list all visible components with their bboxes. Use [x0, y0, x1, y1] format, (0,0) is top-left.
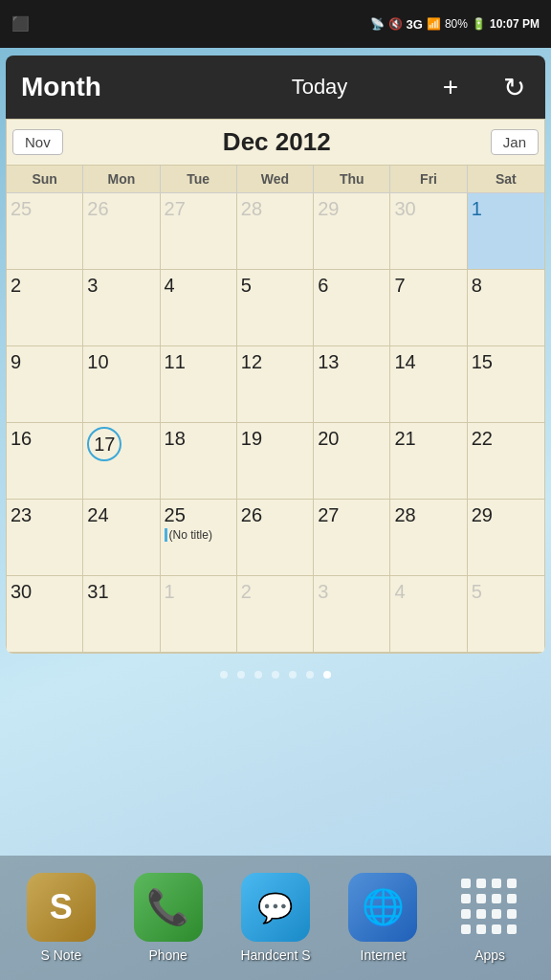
dock-label-handcent: Handcent S: [240, 947, 310, 963]
cal-date: 29: [318, 197, 386, 220]
refresh-button[interactable]: ↻: [482, 56, 545, 119]
cal-date: 22: [472, 427, 540, 450]
apps-grid-dot: [461, 909, 471, 919]
cal-cell[interactable]: 6: [314, 270, 390, 346]
cal-cell[interactable]: 25: [7, 193, 83, 270]
dock-item-handcent[interactable]: 💬Handcent S: [240, 873, 310, 963]
dock-item-internet[interactable]: 🌐Internet: [348, 873, 417, 963]
cal-date: 24: [87, 503, 155, 526]
page-dot-1[interactable]: [237, 671, 245, 679]
apps-grid-dot: [492, 924, 501, 934]
cal-date: 21: [394, 427, 462, 450]
page-dots: [0, 671, 551, 679]
cal-cell[interactable]: 21: [390, 423, 467, 500]
cal-cell[interactable]: 15: [468, 346, 544, 423]
apps-grid-dot: [476, 924, 486, 934]
cal-cell[interactable]: 29: [468, 500, 544, 576]
cal-cell[interactable]: 1: [468, 193, 544, 270]
cal-cell[interactable]: 27: [161, 193, 237, 270]
cal-cell[interactable]: 20: [314, 423, 390, 500]
page-dot-5[interactable]: [306, 671, 314, 679]
cal-cell[interactable]: 14: [390, 346, 467, 423]
day-headers: SunMonTueWedThuFriSat: [7, 166, 544, 193]
cal-cell[interactable]: 24: [83, 500, 160, 576]
cal-event[interactable]: (No title): [165, 528, 232, 542]
cal-cell[interactable]: 2: [7, 270, 83, 346]
cal-cell[interactable]: 28: [237, 193, 314, 270]
cal-cell[interactable]: 13: [314, 346, 390, 423]
cal-cell[interactable]: 4: [161, 270, 237, 346]
cal-date: 26: [87, 197, 155, 220]
cal-cell[interactable]: 5: [237, 270, 314, 346]
cal-cell[interactable]: 17: [83, 423, 160, 500]
cal-cell[interactable]: 7: [390, 270, 467, 346]
cal-date: 27: [165, 197, 232, 220]
next-month-button[interactable]: Jan: [491, 129, 539, 155]
today-button[interactable]: Today: [220, 75, 419, 100]
cal-cell[interactable]: 5: [468, 576, 544, 653]
cal-cell[interactable]: 30: [7, 576, 83, 653]
cal-cell[interactable]: 26: [237, 500, 314, 576]
page-dot-2[interactable]: [254, 671, 262, 679]
cal-cell[interactable]: 10: [83, 346, 160, 423]
cal-cell[interactable]: 8: [468, 270, 544, 346]
day-header-mon: Mon: [83, 166, 160, 192]
cal-date: 10: [87, 350, 155, 373]
cal-date: 14: [394, 350, 462, 373]
dock-item-snote[interactable]: SS Note: [27, 873, 96, 963]
dock-item-apps[interactable]: Apps: [455, 873, 524, 963]
cal-cell[interactable]: 12: [237, 346, 314, 423]
cal-cell[interactable]: 30: [390, 193, 467, 270]
page-dot-0[interactable]: [220, 671, 228, 679]
cal-cell[interactable]: 1: [161, 576, 237, 653]
mute-icon: 🔇: [388, 17, 403, 31]
prev-month-button[interactable]: Nov: [12, 129, 63, 155]
cal-cell[interactable]: 16: [7, 423, 83, 500]
page-dot-3[interactable]: [272, 671, 279, 679]
cal-date: 1: [472, 197, 540, 220]
apps-grid-dot: [461, 894, 471, 903]
wifi-icon: 📡: [370, 17, 385, 31]
dock-label-snote: S Note: [40, 947, 81, 963]
cal-cell[interactable]: 26: [83, 193, 160, 270]
add-event-button[interactable]: +: [419, 56, 482, 119]
cal-cell[interactable]: 22: [468, 423, 544, 500]
cal-cell[interactable]: 27: [314, 500, 390, 576]
dock-label-phone: Phone: [148, 947, 187, 963]
cal-date: 2: [11, 274, 78, 297]
cal-cell[interactable]: 4: [390, 576, 467, 653]
cal-date: 30: [394, 197, 462, 220]
cal-cell[interactable]: 25(No title): [161, 500, 237, 576]
cal-cell[interactable]: 18: [161, 423, 237, 500]
page-dot-4[interactable]: [289, 671, 297, 679]
apps-grid-dot: [492, 894, 501, 903]
cal-cell[interactable]: 2: [237, 576, 314, 653]
apps-grid-dot: [492, 879, 501, 888]
cal-cell[interactable]: 11: [161, 346, 237, 423]
cal-date: 3: [87, 274, 155, 297]
cal-cell[interactable]: 23: [7, 500, 83, 576]
cal-date: 28: [394, 503, 462, 526]
apps-grid-dot: [461, 924, 471, 934]
internet-icon: 🌐: [348, 873, 417, 942]
page-dot-6[interactable]: [323, 671, 331, 679]
status-bar: ⬛ 📡 🔇 3G 📶 80% 🔋 10:07 PM: [0, 0, 551, 48]
cal-date: 4: [165, 274, 232, 297]
cal-date: 23: [11, 503, 78, 526]
cal-cell[interactable]: 31: [83, 576, 160, 653]
cal-date: 9: [11, 350, 78, 373]
month-nav: Nov Dec 2012 Jan: [7, 120, 544, 166]
cal-cell[interactable]: 3: [83, 270, 160, 346]
cal-cell[interactable]: 3: [314, 576, 390, 653]
cal-date: 15: [472, 350, 540, 373]
day-header-wed: Wed: [237, 166, 314, 192]
cal-date: 6: [318, 274, 386, 297]
cal-cell[interactable]: 28: [390, 500, 467, 576]
cal-cell[interactable]: 19: [237, 423, 314, 500]
cal-cell[interactable]: 9: [7, 346, 83, 423]
cal-cell[interactable]: 29: [314, 193, 390, 270]
dock-item-phone[interactable]: 📞Phone: [134, 873, 203, 963]
calendar-widget: Month Today + ↻ Nov Dec 2012 Jan SunMonT…: [6, 56, 545, 654]
apps-icon: [455, 873, 524, 942]
cal-toolbar: Month Today + ↻: [6, 56, 545, 119]
